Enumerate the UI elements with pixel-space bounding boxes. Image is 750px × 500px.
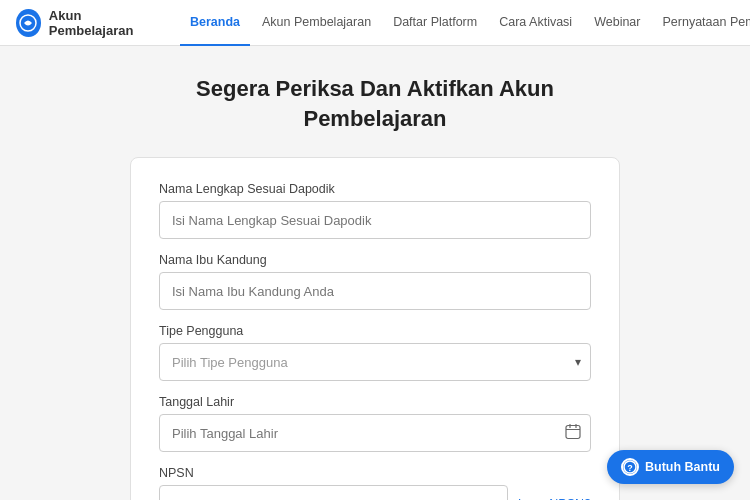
logo-text: Akun Pembelajaran [49,8,156,38]
tanggal-lahir-group: Tanggal Lahir [159,395,591,452]
nav-item-beranda[interactable]: Beranda [180,0,250,46]
nama-ibu-label: Nama Ibu Kandung [159,253,591,267]
tipe-pengguna-group: Tipe Pengguna Pilih Tipe Pengguna ▾ [159,324,591,381]
logo-icon [16,9,41,37]
header: Akun Pembelajaran Beranda Akun Pembelaja… [0,0,750,46]
logo: Akun Pembelajaran [16,8,156,38]
help-button[interactable]: ? Butuh Bantu [607,450,734,484]
form-container: Nama Lengkap Sesuai Dapodik Nama Ibu Kan… [130,157,620,500]
page-title: Segera Periksa Dan Aktifkan Akun Pembela… [165,74,585,133]
tanggal-lahir-input[interactable] [159,414,591,452]
tanggal-lahir-label: Tanggal Lahir [159,395,591,409]
nama-lengkap-label: Nama Lengkap Sesuai Dapodik [159,182,591,196]
nama-lengkap-group: Nama Lengkap Sesuai Dapodik [159,182,591,239]
nav-item-akun-pembelajaran[interactable]: Akun Pembelajaran [252,0,381,46]
tipe-pengguna-label: Tipe Pengguna [159,324,591,338]
npsn-row: Lupa NPSN? [159,485,591,500]
tipe-pengguna-select[interactable]: Pilih Tipe Pengguna [159,343,591,381]
main-content: Segera Periksa Dan Aktifkan Akun Pembela… [0,46,750,500]
npsn-label: NPSN [159,466,591,480]
nama-ibu-group: Nama Ibu Kandung [159,253,591,310]
svg-text:?: ? [627,463,633,473]
nama-lengkap-input[interactable] [159,201,591,239]
npsn-group: NPSN Lupa NPSN? [159,466,591,500]
tanggal-lahir-wrapper [159,414,591,452]
nama-ibu-input[interactable] [159,272,591,310]
help-icon: ? [621,458,639,476]
nav-item-cara-aktivasi[interactable]: Cara Aktivasi [489,0,582,46]
nav-item-daftar-platform[interactable]: Daftar Platform [383,0,487,46]
nav-item-webinar[interactable]: Webinar [584,0,650,46]
help-label: Butuh Bantu [645,460,720,474]
npsn-input[interactable] [159,485,508,500]
nav-item-pernyataan-pemerintah[interactable]: Pernyataan Pemerintah [652,0,750,46]
main-nav: Beranda Akun Pembelajaran Daftar Platfor… [180,0,750,46]
tipe-pengguna-wrapper: Pilih Tipe Pengguna ▾ [159,343,591,381]
